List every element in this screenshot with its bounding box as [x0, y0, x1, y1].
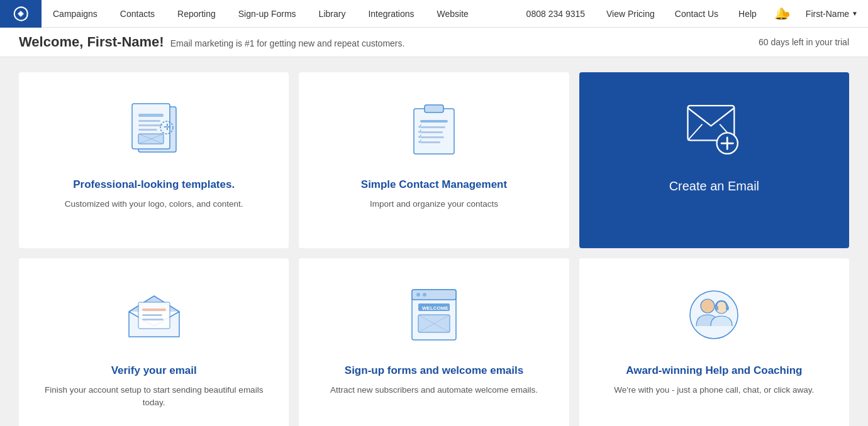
- card-templates: ✛ Professional-looking templates. Custom…: [19, 72, 289, 248]
- phone-number: 0808 234 9315: [515, 9, 596, 19]
- card-verify-email: Verify your email Finish your account se…: [19, 258, 289, 426]
- signup-forms-icon: WELCOME: [396, 277, 472, 352]
- view-pricing-link[interactable]: View Pricing: [596, 0, 665, 27]
- svg-rect-14: [420, 120, 448, 123]
- templates-title: Professional-looking templates.: [73, 178, 235, 192]
- user-name: First-Name: [806, 9, 849, 19]
- verify-email-title: Verify your email: [111, 364, 197, 378]
- svg-rect-31: [142, 314, 162, 316]
- notification-dot: [784, 12, 789, 17]
- svg-rect-45: [715, 306, 718, 310]
- svg-rect-32: [142, 319, 164, 320]
- contacts-icon: ✓ ✓ ✓ ✓: [396, 91, 472, 167]
- card-create-email[interactable]: Create an Email: [579, 72, 849, 248]
- chevron-down-icon: ▼: [852, 10, 858, 17]
- contact-us-link[interactable]: Contact Us: [665, 0, 728, 27]
- navbar: Campaigns Contacts Reporting Sign-up For…: [0, 0, 868, 28]
- welcome-subtitle: Email marketing is #1 for getting new an…: [170, 38, 405, 48]
- templates-icon: ✛: [116, 91, 192, 167]
- svg-rect-6: [138, 129, 157, 131]
- svg-rect-30: [142, 309, 166, 311]
- svg-line-24: [688, 124, 703, 141]
- svg-rect-16: [420, 131, 443, 133]
- create-email-title: Create an Email: [669, 178, 759, 194]
- nav-signup-forms[interactable]: Sign-up Forms: [227, 0, 308, 27]
- svg-rect-3: [138, 114, 164, 117]
- help-link[interactable]: Help: [728, 9, 767, 19]
- verify-email-icon: [116, 277, 192, 352]
- contacts-desc: Import and organize your contacts: [370, 198, 498, 210]
- verify-email-desc: Finish your account setup to start sendi…: [38, 384, 270, 410]
- svg-rect-18: [420, 141, 440, 143]
- contacts-title: Simple Contact Management: [361, 178, 507, 192]
- nav-contacts[interactable]: Contacts: [109, 0, 166, 27]
- svg-rect-46: [726, 306, 729, 310]
- welcome-bar: Welcome, First-Name! Email marketing is …: [0, 28, 868, 57]
- svg-rect-13: [425, 105, 443, 112]
- svg-point-35: [416, 293, 420, 297]
- card-signup-forms: WELCOME Sign-up forms and welcome emails…: [299, 258, 569, 426]
- nav-campaigns[interactable]: Campaigns: [42, 0, 109, 27]
- help-coaching-desc: We're with you - just a phone call, chat…: [614, 384, 814, 396]
- svg-rect-15: [420, 126, 445, 128]
- nav-reporting[interactable]: Reporting: [166, 0, 227, 27]
- trial-days: 60 days left in your trial: [759, 37, 849, 47]
- svg-point-36: [423, 293, 426, 297]
- templates-desc: Customized with your logo, colors, and c…: [65, 198, 243, 210]
- svg-point-43: [701, 299, 715, 313]
- welcome-heading: Welcome, First-Name!: [19, 34, 164, 50]
- nav-library[interactable]: Library: [308, 0, 357, 27]
- svg-text:✛: ✛: [164, 122, 171, 132]
- cards-row-1: ✛ Professional-looking templates. Custom…: [19, 72, 849, 248]
- signup-forms-title: Sign-up forms and welcome emails: [345, 364, 523, 378]
- main-content: ✛ Professional-looking templates. Custom…: [0, 57, 868, 426]
- card-help-coaching: Award-winning Help and Coaching We're wi…: [579, 258, 849, 426]
- user-menu[interactable]: First-Name ▼: [796, 0, 868, 27]
- create-email-icon: [676, 91, 752, 167]
- nav-website[interactable]: Website: [426, 0, 480, 27]
- svg-point-0: [19, 12, 22, 15]
- signup-forms-desc: Attract new subscribers and automate wel…: [330, 384, 538, 396]
- svg-rect-4: [138, 120, 160, 122]
- help-coaching-title: Award-winning Help and Coaching: [626, 364, 802, 378]
- svg-rect-17: [420, 136, 444, 138]
- logo[interactable]: [0, 0, 42, 28]
- nav-links: Campaigns Contacts Reporting Sign-up For…: [42, 0, 515, 27]
- nav-integrations[interactable]: Integrations: [357, 0, 425, 27]
- notifications-bell[interactable]: 🔔: [767, 7, 796, 21]
- svg-rect-5: [138, 124, 162, 126]
- cards-row-2: Verify your email Finish your account se…: [19, 258, 849, 426]
- card-contacts: ✓ ✓ ✓ ✓ Simple Contact Management Import…: [299, 72, 569, 248]
- svg-text:✓: ✓: [418, 138, 423, 145]
- help-coaching-icon: [676, 277, 752, 352]
- svg-text:WELCOME: WELCOME: [422, 305, 448, 311]
- nav-right: 0808 234 9315 View Pricing Contact Us He…: [515, 0, 868, 27]
- svg-point-42: [690, 291, 738, 339]
- welcome-name: Welcome, First-Name!: [19, 34, 164, 50]
